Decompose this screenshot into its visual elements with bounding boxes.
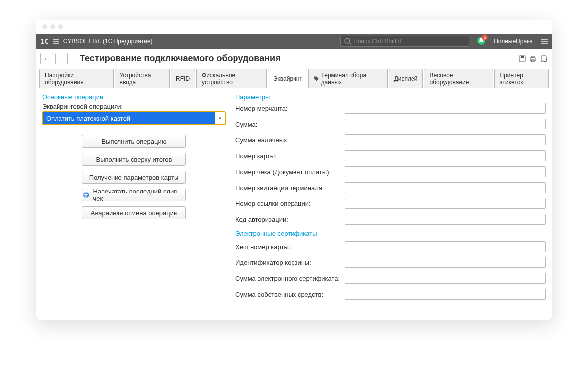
tab-input-devices[interactable]: Устройства ввода	[115, 69, 170, 88]
parameters-panel: Параметры Номер мерчанта: Сумма: Сумма н…	[235, 93, 546, 305]
page-title: Тестирование подключаемого оборудования	[80, 53, 516, 64]
tag-icon	[314, 76, 319, 82]
tab-bar: Настройки оборудования Устройства ввода …	[36, 68, 552, 88]
operation-ref-label: Номер ссылки операции:	[235, 200, 345, 207]
merchant-input[interactable]	[345, 103, 546, 114]
operations-panel: Основные операции Эквайринговой операция…	[42, 93, 226, 305]
cash-amount-label: Сумма наличных:	[235, 136, 345, 144]
operations-title: Основные операции	[42, 93, 226, 101]
mac-close[interactable]	[42, 24, 47, 29]
emergency-cancel-button[interactable]: Аварийная отмена операции	[82, 206, 186, 219]
search-placeholder: Поиск Ctrl+Shift+F	[353, 38, 404, 45]
content-area: Основные операции Эквайринговой операция…	[36, 88, 552, 320]
terminal-receipt-input[interactable]	[345, 182, 546, 193]
svg-rect-4	[521, 56, 524, 58]
menu-icon[interactable]	[53, 39, 59, 44]
mac-max[interactable]	[58, 24, 63, 29]
cash-amount-input[interactable]	[345, 134, 546, 145]
own-funds-label: Сумма собственных средств:	[235, 291, 345, 298]
operation-label: Эквайринговой операцияи:	[42, 103, 226, 110]
mac-min[interactable]	[50, 24, 55, 29]
amount-label: Сумма:	[235, 121, 345, 128]
merchant-label: Номер мерчанта:	[235, 105, 345, 112]
print-icon[interactable]	[529, 55, 537, 63]
toolbar-actions	[518, 55, 548, 63]
reconcile-button[interactable]: Выполнить сверку итогов	[82, 153, 186, 166]
execute-button[interactable]: Выполнить операцию	[82, 135, 186, 148]
basket-id-input[interactable]	[345, 257, 546, 268]
chevron-down-icon[interactable]: ▼	[215, 112, 225, 124]
notifications-button[interactable]: 6	[477, 36, 486, 47]
auth-code-label: Код авторизации:	[235, 216, 345, 223]
cert-amount-label: Сумма электронного сертификата:	[235, 275, 345, 282]
parameters-title: Параметры	[235, 93, 546, 101]
app-window: 1C CYBSOFT ltd. (1С:Предприятие) Поиск C…	[36, 20, 552, 320]
tab-display[interactable]: Дисплей	[389, 69, 423, 88]
notification-badge: 6	[482, 34, 488, 40]
window-title: CYBSOFT ltd. (1С:Предприятие)	[63, 38, 336, 45]
user-name[interactable]: ПолныеПрава	[494, 38, 533, 45]
print-slip-button[interactable]: Напечатать последний слип чек	[82, 189, 186, 201]
certificates-title: Электронные сертификаты	[235, 230, 546, 237]
svg-rect-6	[531, 56, 534, 58]
save-icon[interactable]	[518, 55, 526, 63]
tab-settings[interactable]: Настройки оборудования	[39, 69, 114, 88]
nav-back-button[interactable]: ←	[40, 53, 53, 64]
own-funds-input[interactable]	[345, 289, 546, 300]
printer-icon	[82, 191, 90, 199]
operation-dropdown[interactable]: Оплатить платежной картой ▼	[42, 111, 226, 125]
card-number-label: Номер карты:	[235, 152, 345, 160]
auth-code-input[interactable]	[345, 214, 546, 225]
toolbar: ← → Тестирование подключаемого оборудова…	[36, 49, 552, 68]
card-hash-label: Хеш номер карты:	[235, 243, 345, 251]
check-number-input[interactable]	[345, 166, 546, 177]
settings-icon[interactable]	[541, 39, 548, 44]
search-input[interactable]: Поиск Ctrl+Shift+F	[340, 36, 469, 47]
window-controls	[36, 20, 552, 34]
amount-input[interactable]	[345, 119, 546, 129]
report-icon[interactable]	[540, 55, 548, 63]
tab-label-printer[interactable]: Принтер этикеток	[494, 69, 549, 88]
operation-ref-input[interactable]	[345, 198, 546, 209]
basket-id-label: Идентификатор корзины:	[235, 259, 345, 266]
svg-line-1	[349, 43, 351, 45]
card-number-input[interactable]	[345, 150, 546, 161]
tab-data-terminal[interactable]: Терминал сбора данных	[308, 69, 388, 88]
logo-1c: 1C	[40, 37, 49, 45]
cert-amount-input[interactable]	[345, 273, 546, 284]
svg-point-0	[345, 38, 350, 43]
tab-fiscal[interactable]: Фискальное устройство	[196, 69, 267, 88]
terminal-receipt-label: Номер квитанции терминала:	[235, 184, 345, 192]
card-hash-input[interactable]	[345, 241, 546, 252]
nav-forward-button[interactable]: →	[55, 53, 68, 64]
tab-rfid[interactable]: RFID	[171, 69, 195, 88]
top-bar: 1C CYBSOFT ltd. (1С:Предприятие) Поиск C…	[36, 34, 552, 49]
svg-rect-11	[85, 193, 88, 194]
tab-acquiring[interactable]: Эквайринг	[268, 69, 307, 88]
operation-value: Оплатить платежной картой	[43, 112, 215, 124]
tab-scales[interactable]: Весовое оборудование	[424, 69, 493, 88]
check-number-label: Номер чека (Документ оплаты):	[235, 168, 345, 176]
get-params-button[interactable]: Получение параметров карты	[82, 171, 186, 184]
